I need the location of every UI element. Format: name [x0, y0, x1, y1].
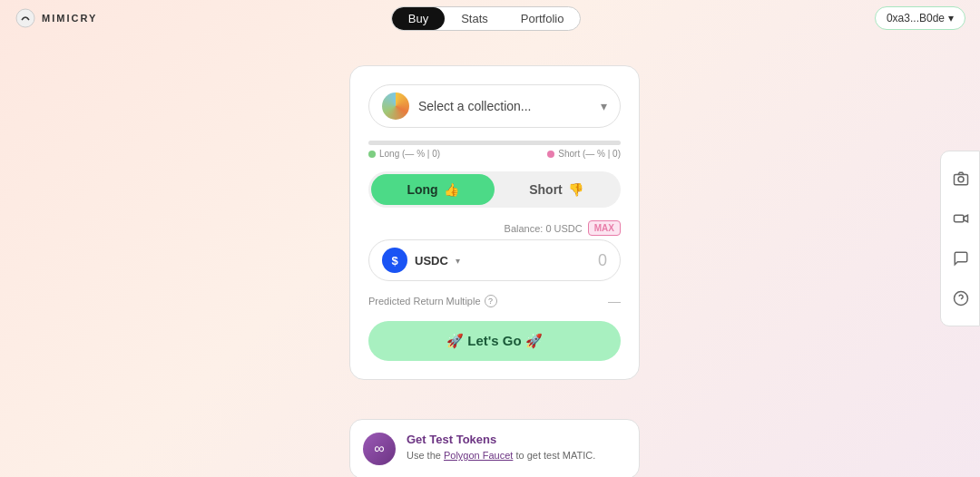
top-navigation: MIMICRY Buy Stats Portfolio 0xa3...B0de … — [0, 0, 980, 36]
info-icon[interactable]: ? — [485, 295, 497, 307]
token-name: USDC — [415, 254, 448, 268]
long-button-icon: 👍 — [444, 182, 459, 197]
logo-icon — [15, 7, 36, 29]
svg-point-2 — [958, 177, 964, 182]
short-label: Short (— % | 0) — [547, 149, 621, 159]
max-badge[interactable]: MAX — [588, 220, 621, 236]
progress-labels: Long (— % | 0) Short (— % | 0) — [368, 149, 621, 159]
balance-text: Balance: 0 USDC — [505, 223, 583, 234]
amount-value: 0 — [598, 251, 607, 270]
nav-tabs: Buy Stats Portfolio — [391, 6, 582, 31]
input-row: $ USDC ▾ 0 — [368, 239, 621, 281]
tab-stats[interactable]: Stats — [445, 7, 505, 30]
video-icon[interactable] — [941, 199, 980, 238]
short-button[interactable]: Short 👎 — [495, 174, 618, 205]
predicted-left: Predicted Return Multiple ? — [368, 295, 497, 307]
test-tokens-card: ∞ Get Test Tokens Use the Polygon Faucet… — [349, 419, 640, 477]
collection-avatar — [382, 92, 409, 120]
camera-icon[interactable] — [941, 159, 980, 199]
token-selector[interactable]: $ USDC ▾ — [382, 248, 460, 273]
collection-left: Select a collection... — [382, 92, 532, 120]
test-tokens-title: Get Test Tokens — [407, 433, 595, 446]
test-tokens-text: Get Test Tokens Use the Polygon Faucet t… — [407, 433, 595, 462]
usdc-symbol: $ — [391, 254, 397, 268]
collection-chevron: ▾ — [601, 99, 607, 113]
help-icon[interactable] — [941, 278, 980, 318]
long-button[interactable]: Long 👍 — [371, 174, 495, 205]
wallet-button[interactable]: 0xa3...B0de ▾ — [875, 6, 965, 30]
progress-area: Long (— % | 0) Short (— % | 0) — [368, 141, 621, 159]
balance-row: Balance: 0 USDC MAX — [368, 220, 621, 236]
wallet-chevron: ▾ — [948, 12, 954, 24]
wallet-address: 0xa3...B0de — [887, 12, 945, 24]
predicted-value: — — [608, 294, 621, 308]
predicted-return-row: Predicted Return Multiple ? — — [368, 294, 621, 308]
long-dot — [368, 151, 376, 158]
polygon-faucet-link[interactable]: Polygon Faucet — [444, 450, 513, 461]
test-tokens-desc: Use the Polygon Faucet to get test MATIC… — [407, 449, 595, 462]
amount-section: Balance: 0 USDC MAX $ USDC ▾ 0 — [368, 220, 621, 281]
test-token-icon: ∞ — [363, 433, 396, 465]
chat-icon[interactable] — [941, 238, 980, 278]
long-short-toggle: Long 👍 Short 👎 — [368, 171, 621, 208]
short-button-icon: 👎 — [568, 182, 583, 197]
svg-point-0 — [16, 9, 34, 27]
test-token-symbol: ∞ — [374, 441, 384, 457]
short-button-label: Short — [529, 182, 563, 197]
tab-buy[interactable]: Buy — [392, 7, 445, 30]
progress-bar-track — [368, 141, 621, 145]
logo-text: MIMICRY — [42, 13, 97, 24]
long-button-label: Long — [407, 182, 437, 197]
collection-selector[interactable]: Select a collection... ▾ — [368, 84, 621, 128]
short-dot — [547, 151, 554, 158]
long-label: Long (— % | 0) — [368, 149, 440, 159]
short-label-text: Short (— % | 0) — [558, 149, 621, 159]
right-sidebar — [940, 151, 980, 326]
token-chevron: ▾ — [456, 256, 460, 266]
usdc-icon: $ — [382, 248, 407, 273]
svg-rect-3 — [955, 215, 965, 222]
predicted-label: Predicted Return Multiple — [368, 296, 481, 307]
main-trading-card: Select a collection... ▾ Long (— % | 0) … — [349, 65, 640, 380]
tab-portfolio[interactable]: Portfolio — [505, 7, 581, 30]
collection-label: Select a collection... — [418, 99, 532, 113]
logo: MIMICRY — [15, 7, 97, 29]
long-label-text: Long (— % | 0) — [379, 149, 440, 159]
lets-go-button[interactable]: 🚀 Let's Go 🚀 — [368, 321, 621, 361]
